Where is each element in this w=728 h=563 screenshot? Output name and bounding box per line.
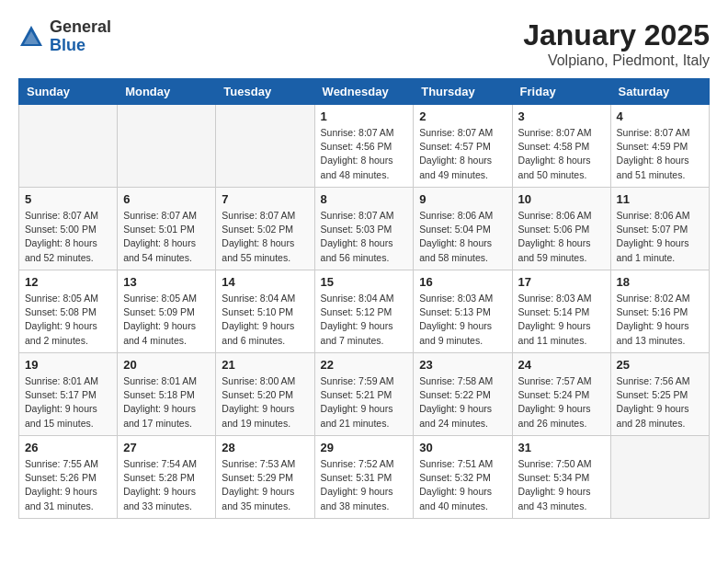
day-number: 18 [617,275,703,289]
weekday-header-thursday: Thursday [414,79,512,105]
week-row-1: 1Sunrise: 8:07 AM Sunset: 4:56 PM Daylig… [19,105,710,188]
title-section: January 2025 Volpiano, Piedmont, Italy [523,18,710,69]
day-info: Sunrise: 8:04 AM Sunset: 5:12 PM Dayligh… [321,292,408,348]
day-cell-30: 30Sunrise: 7:51 AM Sunset: 5:32 PM Dayli… [414,436,512,519]
day-cell-19: 19Sunrise: 8:01 AM Sunset: 5:17 PM Dayli… [19,353,118,436]
day-number: 4 [617,109,703,123]
day-info: Sunrise: 8:01 AM Sunset: 5:18 PM Dayligh… [123,374,210,431]
day-cell-20: 20Sunrise: 8:01 AM Sunset: 5:18 PM Dayli… [118,353,216,436]
day-info: Sunrise: 8:00 AM Sunset: 5:20 PM Dayligh… [222,374,308,431]
day-cell-31: 31Sunrise: 7:50 AM Sunset: 5:34 PM Dayli… [512,436,610,519]
day-info: Sunrise: 7:59 AM Sunset: 5:21 PM Dayligh… [321,374,408,431]
weekday-header-wednesday: Wednesday [314,79,414,105]
day-cell-17: 17Sunrise: 8:03 AM Sunset: 5:14 PM Dayli… [512,270,610,353]
day-cell-3: 3Sunrise: 8:07 AM Sunset: 4:58 PM Daylig… [512,105,610,188]
day-cell-10: 10Sunrise: 8:06 AM Sunset: 5:06 PM Dayli… [512,188,610,270]
day-info: Sunrise: 8:07 AM Sunset: 5:00 PM Dayligh… [25,209,111,265]
day-number: 9 [419,192,506,206]
day-info: Sunrise: 8:07 AM Sunset: 5:03 PM Dayligh… [321,209,408,265]
day-cell-26: 26Sunrise: 7:55 AM Sunset: 5:26 PM Dayli… [19,436,118,519]
day-info: Sunrise: 8:07 AM Sunset: 4:57 PM Dayligh… [419,126,506,182]
empty-cell [610,436,709,519]
day-info: Sunrise: 8:03 AM Sunset: 5:13 PM Dayligh… [419,292,506,348]
day-info: Sunrise: 8:01 AM Sunset: 5:17 PM Dayligh… [25,374,111,431]
empty-cell [118,105,216,188]
day-number: 19 [25,358,111,372]
day-info: Sunrise: 7:58 AM Sunset: 5:22 PM Dayligh… [419,374,506,431]
day-info: Sunrise: 8:07 AM Sunset: 4:59 PM Dayligh… [617,126,703,182]
day-number: 5 [25,192,111,206]
day-number: 16 [419,275,506,289]
day-number: 24 [518,358,605,372]
day-cell-1: 1Sunrise: 8:07 AM Sunset: 4:56 PM Daylig… [314,105,414,188]
day-info: Sunrise: 8:02 AM Sunset: 5:16 PM Dayligh… [617,292,703,348]
day-info: Sunrise: 7:56 AM Sunset: 5:25 PM Dayligh… [617,374,703,431]
calendar-body: 1Sunrise: 8:07 AM Sunset: 4:56 PM Daylig… [19,105,710,519]
day-number: 11 [617,192,703,206]
day-number: 20 [123,358,210,372]
day-cell-14: 14Sunrise: 8:04 AM Sunset: 5:10 PM Dayli… [216,270,314,353]
day-cell-29: 29Sunrise: 7:52 AM Sunset: 5:31 PM Dayli… [314,436,414,519]
weekday-header-sunday: Sunday [19,79,118,105]
day-cell-24: 24Sunrise: 7:57 AM Sunset: 5:24 PM Dayli… [512,353,610,436]
day-cell-13: 13Sunrise: 8:05 AM Sunset: 5:09 PM Dayli… [118,270,216,353]
weekday-header-tuesday: Tuesday [216,79,314,105]
day-info: Sunrise: 8:07 AM Sunset: 5:02 PM Dayligh… [222,209,308,265]
month-title: January 2025 [523,18,710,52]
day-cell-4: 4Sunrise: 8:07 AM Sunset: 4:59 PM Daylig… [610,105,709,188]
day-number: 8 [321,192,408,206]
week-row-2: 5Sunrise: 8:07 AM Sunset: 5:00 PM Daylig… [19,188,710,270]
day-cell-21: 21Sunrise: 8:00 AM Sunset: 5:20 PM Dayli… [216,353,314,436]
day-info: Sunrise: 8:07 AM Sunset: 5:01 PM Dayligh… [123,209,210,265]
day-info: Sunrise: 8:07 AM Sunset: 4:58 PM Dayligh… [518,126,605,182]
day-info: Sunrise: 7:51 AM Sunset: 5:32 PM Dayligh… [419,457,506,513]
day-info: Sunrise: 7:52 AM Sunset: 5:31 PM Dayligh… [321,457,408,513]
day-info: Sunrise: 7:57 AM Sunset: 5:24 PM Dayligh… [518,374,605,431]
page-header: General Blue January 2025 Volpiano, Pied… [18,18,710,69]
day-number: 26 [25,441,111,454]
day-cell-23: 23Sunrise: 7:58 AM Sunset: 5:22 PM Dayli… [414,353,512,436]
logo-blue: Blue [50,37,111,55]
weekday-header-row: SundayMondayTuesdayWednesdayThursdayFrid… [19,79,710,105]
day-cell-9: 9Sunrise: 8:06 AM Sunset: 5:04 PM Daylig… [414,188,512,270]
day-number: 25 [617,358,703,372]
week-row-3: 12Sunrise: 8:05 AM Sunset: 5:08 PM Dayli… [19,270,710,353]
location-title: Volpiano, Piedmont, Italy [523,52,710,69]
day-cell-7: 7Sunrise: 8:07 AM Sunset: 5:02 PM Daylig… [216,188,314,270]
day-cell-6: 6Sunrise: 8:07 AM Sunset: 5:01 PM Daylig… [118,188,216,270]
day-info: Sunrise: 7:53 AM Sunset: 5:29 PM Dayligh… [222,457,308,513]
day-number: 14 [222,275,308,289]
day-number: 28 [222,441,308,454]
day-cell-12: 12Sunrise: 8:05 AM Sunset: 5:08 PM Dayli… [19,270,118,353]
day-info: Sunrise: 8:05 AM Sunset: 5:08 PM Dayligh… [25,292,111,348]
day-number: 13 [123,275,210,289]
day-number: 17 [518,275,605,289]
logo-text: General Blue [50,18,111,55]
weekday-header-saturday: Saturday [610,79,709,105]
day-cell-8: 8Sunrise: 8:07 AM Sunset: 5:03 PM Daylig… [314,188,414,270]
day-number: 3 [518,109,605,123]
empty-cell [19,105,118,188]
week-row-5: 26Sunrise: 7:55 AM Sunset: 5:26 PM Dayli… [19,436,710,519]
empty-cell [216,105,314,188]
day-info: Sunrise: 7:50 AM Sunset: 5:34 PM Dayligh… [518,457,605,513]
logo: General Blue [18,18,111,55]
day-number: 2 [419,109,506,123]
logo-general: General [50,18,111,37]
day-cell-28: 28Sunrise: 7:53 AM Sunset: 5:29 PM Dayli… [216,436,314,519]
day-info: Sunrise: 7:55 AM Sunset: 5:26 PM Dayligh… [25,457,111,513]
day-number: 10 [518,192,605,206]
day-info: Sunrise: 8:06 AM Sunset: 5:06 PM Dayligh… [518,209,605,265]
day-number: 27 [123,441,210,454]
day-number: 6 [123,192,210,206]
day-info: Sunrise: 8:06 AM Sunset: 5:07 PM Dayligh… [617,209,703,265]
weekday-header-friday: Friday [512,79,610,105]
day-number: 15 [321,275,408,289]
logo-icon [18,24,44,50]
day-cell-11: 11Sunrise: 8:06 AM Sunset: 5:07 PM Dayli… [610,188,709,270]
day-number: 31 [518,441,605,454]
day-cell-2: 2Sunrise: 8:07 AM Sunset: 4:57 PM Daylig… [414,105,512,188]
day-number: 29 [321,441,408,454]
day-cell-27: 27Sunrise: 7:54 AM Sunset: 5:28 PM Dayli… [118,436,216,519]
day-cell-15: 15Sunrise: 8:04 AM Sunset: 5:12 PM Dayli… [314,270,414,353]
